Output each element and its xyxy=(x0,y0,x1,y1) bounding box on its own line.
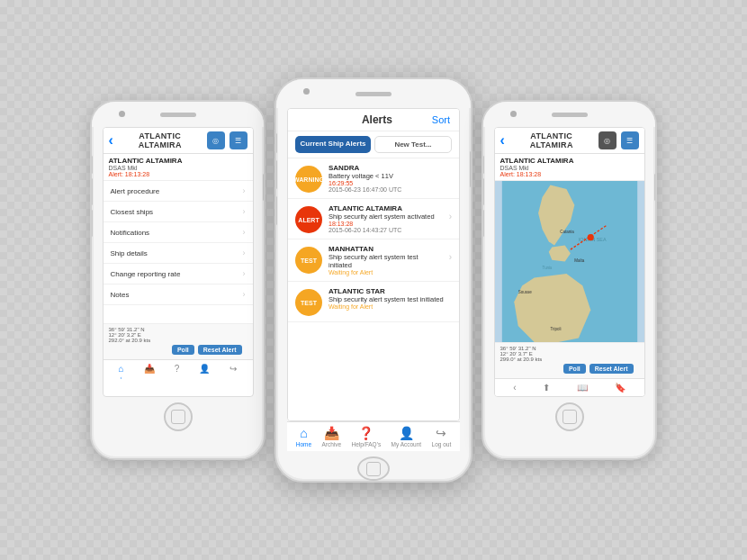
back-button-right[interactable]: ‹ xyxy=(500,132,505,149)
tab-new-test[interactable]: New Test... xyxy=(374,136,452,153)
tab-help[interactable]: ? xyxy=(175,364,180,380)
sort-button[interactable]: Sort xyxy=(432,114,450,125)
tab-account[interactable]: 👤 xyxy=(199,364,210,380)
center-tab-account[interactable]: 👤 My Account xyxy=(392,426,422,447)
svg-text:Catania: Catania xyxy=(560,230,574,234)
right-ship-model: DSAS MkI xyxy=(500,165,639,171)
center-bottom-nav: ⌂ Home 📥 Archive ❓ Help/FAQ's 👤 My Accou… xyxy=(287,421,460,451)
vol-up-right[interactable] xyxy=(482,178,484,205)
ship-details-item[interactable]: Ship details › xyxy=(104,243,253,264)
alert-item-atlantic-star[interactable]: TEST ATLANTIC STAR Ship security alert s… xyxy=(288,282,459,322)
front-camera xyxy=(119,111,125,117)
home-label: ‹ xyxy=(121,375,122,380)
help-icon: ❓ xyxy=(358,426,374,440)
star-name: ATLANTIC STAR xyxy=(328,287,452,295)
center-tab-help[interactable]: ❓ Help/FAQ's xyxy=(352,426,382,447)
closest-ships-item[interactable]: Closest ships › xyxy=(104,202,253,222)
menu-icon[interactable]: ☰ xyxy=(230,131,248,149)
chevron-right-icon: › xyxy=(449,212,452,221)
left-phone-screen: ‹ ATLANTIC ALTAMIRA ◎ ☰ ATLANTIC ALTAMIR… xyxy=(103,127,254,397)
altamira-date: 2015-06-20 14:43:27 UTC xyxy=(328,227,443,233)
right-poll-button[interactable]: Poll xyxy=(563,364,586,374)
mute-right[interactable] xyxy=(482,156,484,174)
bottom-toolbar: ⌂ ‹ 📥 ? 👤 ↪ xyxy=(104,359,253,384)
ship-info-bar: ATLANTIC ALTAMIRA DSAS MkI Alert: 18:13:… xyxy=(104,154,253,181)
alert-item-altamira[interactable]: ALERT ATLANTIC ALTAMIRA Ship security al… xyxy=(288,199,459,239)
vol-up-center[interactable] xyxy=(274,160,277,189)
alert-content-altamira: ATLANTIC ALTAMIRA Ship security alert sy… xyxy=(328,204,443,233)
mute-button[interactable] xyxy=(90,156,93,174)
mute-center[interactable] xyxy=(274,133,277,153)
chevron-right-icon: › xyxy=(243,248,246,257)
alert-list: WARNING SANDRA Battery voltage < 11V 16:… xyxy=(288,158,459,420)
test-badge-star: TEST xyxy=(295,289,322,316)
right-tab-bookmark[interactable]: 🔖 xyxy=(615,383,626,393)
reset-alert-button[interactable]: Reset Alert xyxy=(198,345,242,355)
tab-archive[interactable]: 📥 xyxy=(144,364,155,380)
sandra-date: 2015-06-23 16:47:00 UTC xyxy=(328,186,452,193)
home-button-inner xyxy=(171,410,185,424)
home-button-inner-center xyxy=(366,462,381,476)
chevron-right-icon: › xyxy=(243,269,246,278)
center-tab-logout[interactable]: ↪ Log out xyxy=(432,426,452,447)
volume-down-button[interactable] xyxy=(90,210,93,237)
alert-item-sandra[interactable]: WARNING SANDRA Battery voltage < 11V 16:… xyxy=(288,158,459,199)
alert-item-manhattan[interactable]: TEST MANHATTAN Ship security alert syste… xyxy=(288,239,459,282)
sandra-time: 16:29:55 xyxy=(328,180,452,186)
radar-icon[interactable]: ◎ xyxy=(207,131,225,149)
phone-top-bar xyxy=(92,102,264,127)
svg-text:Tripoli: Tripoli xyxy=(550,327,561,331)
ship-model: DSAS MkI xyxy=(109,165,248,171)
ship-name: ATLANTIC ALTAMIRA xyxy=(109,157,248,165)
right-tab-share[interactable]: ⬆ xyxy=(543,383,550,393)
home-icon: ⌂ xyxy=(300,426,307,440)
center-tab-home[interactable]: ⌂ Home xyxy=(296,426,311,447)
nav-bar: ‹ ATLANTIC ALTAMIRA ◎ ☰ xyxy=(104,128,253,154)
bookmark-icon: 🔖 xyxy=(615,383,626,393)
alerts-header: Alerts Sort xyxy=(288,109,459,131)
sandra-name: SANDRA xyxy=(328,164,452,172)
alert-procedure-item[interactable]: Alert procedure › xyxy=(104,181,253,202)
tab-current-alerts[interactable]: Current Ship Alerts xyxy=(295,136,371,153)
chevron-right-icon: › xyxy=(243,290,246,299)
top-bar-right xyxy=(483,102,655,127)
right-reset-button[interactable]: Reset Alert xyxy=(590,364,634,374)
speaker-right xyxy=(552,113,588,117)
vol-down-center[interactable] xyxy=(274,196,277,225)
right-tab-back[interactable]: ‹ xyxy=(513,383,516,393)
radar-icon-right[interactable]: ◎ xyxy=(598,131,616,149)
right-tab-book[interactable]: 📖 xyxy=(577,383,588,393)
right-nav-bar: ‹ ATLANTIC ALTAMIRA ◎ ☰ xyxy=(495,128,644,154)
chevron-right-icon: › xyxy=(243,207,246,216)
map-view[interactable]: IONIAN SEA Tunis Malta Catania Sousse Tr… xyxy=(495,181,644,342)
svg-text:Tunis: Tunis xyxy=(542,266,553,270)
svg-text:Sousse: Sousse xyxy=(518,290,531,294)
right-phone: ‹ ATLANTIC ALTAMIRA ◎ ☰ ATLANTIC ALTAMIR… xyxy=(482,100,657,460)
back-icon: ‹ xyxy=(513,383,516,393)
account-icon: 👤 xyxy=(199,364,210,374)
account-icon: 👤 xyxy=(399,426,414,440)
altamira-time: 18:13:28 xyxy=(328,221,443,227)
tab-logout[interactable]: ↪ xyxy=(230,364,237,380)
poll-button[interactable]: Poll xyxy=(172,345,194,355)
power-button-right[interactable] xyxy=(654,174,657,201)
back-button[interactable]: ‹ xyxy=(109,132,113,149)
center-tab-archive[interactable]: 📥 Archive xyxy=(321,426,341,447)
archive-icon: 📥 xyxy=(144,364,155,374)
vol-down-right[interactable] xyxy=(482,210,484,237)
power-button[interactable] xyxy=(263,174,266,201)
change-reporting-item[interactable]: Change reporting rate › xyxy=(104,264,253,285)
notes-item[interactable]: Notes › xyxy=(104,285,253,305)
tab-home[interactable]: ⌂ ‹ xyxy=(119,364,124,380)
home-button[interactable] xyxy=(164,402,193,431)
archive-icon: 📥 xyxy=(324,426,339,440)
svg-text:Malta: Malta xyxy=(574,258,584,263)
home-button-center[interactable] xyxy=(357,456,390,481)
notifications-item[interactable]: Notifications › xyxy=(104,222,253,243)
power-button-center[interactable] xyxy=(470,151,472,187)
home-button-right[interactable] xyxy=(555,402,584,431)
volume-up-button[interactable] xyxy=(90,178,93,205)
right-ship-name: ATLANTIC ALTAMIRA xyxy=(500,157,639,165)
menu-icon-right[interactable]: ☰ xyxy=(621,131,639,149)
home-icon: ⌂ xyxy=(119,364,124,374)
